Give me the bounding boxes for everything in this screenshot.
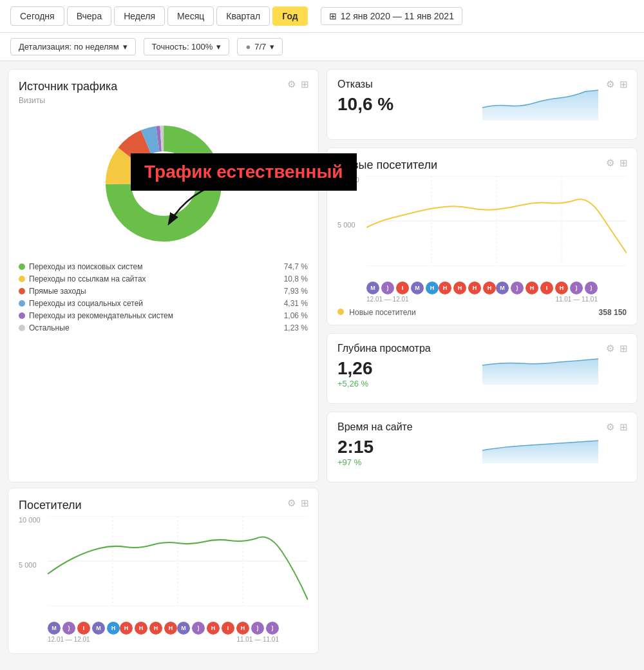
v-y-mid: 5 000 [19, 561, 37, 569]
depth-card-icons: ⚙ ⊞ [606, 343, 628, 354]
visitors-card-icons: ⚙ ⊞ [287, 497, 309, 509]
traffic-card-title: Источник трафика [19, 80, 308, 93]
marker-i: I [396, 282, 409, 294]
nv-markers-left: М ) I М Н [366, 282, 439, 294]
time-settings-icon[interactable]: ⚙ [606, 421, 614, 433]
tab-today[interactable]: Сегодня [10, 6, 64, 26]
bounce-grid-icon[interactable]: ⊞ [620, 79, 628, 90]
tab-yesterday[interactable]: Вчера [67, 6, 112, 26]
chevron-down-icon: ▾ [123, 42, 128, 52]
tab-month[interactable]: Месяц [167, 6, 214, 26]
marker-i2: I [540, 282, 553, 294]
marker-purple: ) [381, 282, 394, 294]
right-column: ⚙ ⊞ Отказы 10,6 % ⚙ ⊞ [327, 69, 638, 483]
visitors-settings-icon[interactable]: ⚙ [287, 497, 296, 509]
traffic-card-subtitle: Визиты [19, 96, 308, 105]
nv-grid-icon[interactable]: ⊞ [620, 157, 628, 169]
nv-line-chart [366, 176, 627, 266]
date-range-text: 12 янв 2020 — 11 янв 2021 [341, 11, 454, 21]
traffic-legend: Переходы из поисковых систем 74,7 % Пере… [19, 262, 308, 332]
v-markers-mid: Н Н Н Н [120, 622, 177, 635]
tab-quarter[interactable]: Квартал [216, 6, 270, 26]
time-card-icons: ⚙ ⊞ [606, 421, 628, 433]
traffic-source-card: ⚙ ⊞ Источник трафика Визиты Трафик естес… [8, 69, 319, 483]
marker-n: Н [426, 282, 439, 294]
new-visitors-title: Новые посетители [337, 158, 627, 172]
segments-icon: ● [245, 42, 251, 52]
bounce-card: ⚙ ⊞ Отказы 10,6 % [327, 69, 638, 140]
settings-icon[interactable]: ⚙ [287, 79, 296, 90]
bounce-settings-icon[interactable]: ⚙ [606, 79, 614, 90]
tab-year[interactable]: Год [272, 6, 308, 26]
nv-settings-icon[interactable]: ⚙ [606, 157, 614, 169]
date-range[interactable]: ⊞ 12 янв 2020 — 11 янв 2021 [321, 7, 462, 25]
calendar-icon: ⊞ [329, 11, 337, 21]
chevron-down-icon: ▾ [270, 42, 274, 52]
marker-h4: Н [483, 282, 496, 294]
chevron-down-icon: ▾ [216, 42, 221, 52]
accuracy-dropdown[interactable]: Точность: 100% ▾ [144, 38, 230, 55]
marker-m3: М [496, 282, 509, 294]
time-grid-icon[interactable]: ⊞ [620, 421, 628, 433]
annotation-box: Трафик естественный [131, 153, 357, 191]
nv-y-mid: 5 000 [337, 221, 355, 229]
depth-grid-icon[interactable]: ⊞ [620, 343, 628, 354]
visitors-grid-icon[interactable]: ⊞ [301, 497, 309, 509]
detail-dropdown[interactable]: Детализация: по неделям ▾ [10, 38, 136, 55]
marker-h2: Н [453, 282, 466, 294]
nv-x-labels: 12.01 — 12.01 11.01 — 11.01 [337, 294, 627, 303]
marker-p2: ) [511, 282, 524, 294]
marker-p4: ) [585, 282, 598, 294]
time-card: ⚙ ⊞ Время на сайте 2:15 +97 % [327, 412, 638, 483]
new-visitors-icons: ⚙ ⊞ [606, 157, 628, 169]
depth-settings-icon[interactable]: ⚙ [606, 343, 614, 354]
segments-dropdown[interactable]: ● 7/7 ▾ [237, 38, 283, 55]
v-markers-left: М ) I М Н [48, 622, 120, 635]
depth-mini-chart [482, 343, 598, 385]
new-visitors-card: ⚙ ⊞ Новые посетители 10 000 5 000 [327, 148, 638, 325]
annotation-text: Трафик естественный [144, 162, 343, 182]
main-content: ⚙ ⊞ Источник трафика Визиты Трафик естес… [0, 61, 644, 662]
marker-h5: Н [526, 282, 538, 294]
tab-week[interactable]: Неделя [114, 6, 165, 26]
marker-h6: Н [555, 282, 568, 294]
nv-markers-right: М ) Н I Н ) ) [496, 282, 598, 294]
nv-markers-mid: Н Н Н Н [439, 282, 496, 294]
top-bar: Сегодня Вчера Неделя Месяц Квартал Год ⊞… [0, 0, 644, 33]
marker-h3: Н [468, 282, 481, 294]
bounce-mini-chart [482, 79, 598, 120]
marker-m2: М [411, 282, 424, 294]
marker-m: М [366, 282, 379, 294]
nv-legend-dot [337, 309, 344, 315]
marker-p3: ) [570, 282, 583, 294]
bounce-card-icons: ⚙ ⊞ [606, 79, 628, 90]
time-mini-chart [482, 421, 598, 463]
visitors-line-chart [48, 516, 308, 606]
v-markers-right: М ) Н I Н ) ) [177, 622, 279, 635]
marker-h1: Н [439, 282, 451, 294]
second-bar: Детализация: по неделям ▾ Точность: 100%… [0, 33, 644, 61]
nv-chart-legend: Новые посетители 358 150 [337, 308, 627, 317]
card-icons: ⚙ ⊞ [287, 79, 309, 90]
grid-icon[interactable]: ⊞ [301, 79, 309, 90]
v-x-labels: 12.01 — 12.01 11.01 — 11.01 [19, 635, 308, 643]
visitors-title: Посетители [19, 499, 308, 512]
visitors-card: ⚙ ⊞ Посетители 10 000 5 000 М ) I [8, 488, 319, 654]
depth-card: ⚙ ⊞ Глубина просмотра 1,26 +5,26 % [327, 333, 638, 404]
v-y-top: 10 000 [19, 516, 41, 524]
